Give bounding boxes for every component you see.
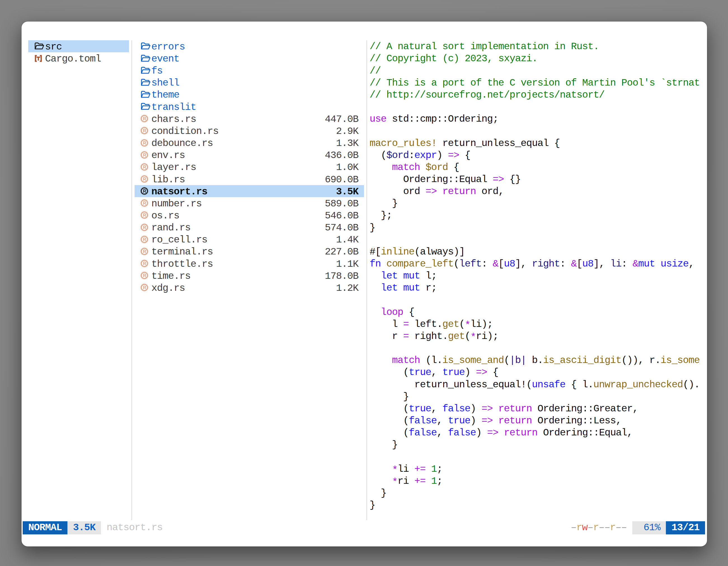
svg-text:R: R <box>143 225 146 230</box>
svg-text:R: R <box>143 177 146 182</box>
svg-text:R: R <box>143 128 146 133</box>
svg-text:R: R <box>143 140 146 145</box>
svg-text:R: R <box>143 165 146 169</box>
svg-text:R: R <box>143 152 146 157</box>
svg-text:R: R <box>143 189 146 194</box>
svg-text:R: R <box>143 273 146 278</box>
svg-text:R: R <box>143 249 146 254</box>
svg-text:R: R <box>143 237 146 242</box>
svg-text:R: R <box>143 116 146 121</box>
svg-text:R: R <box>143 285 146 290</box>
svg-text:R: R <box>143 213 146 218</box>
svg-text:R: R <box>143 261 146 266</box>
svg-text:R: R <box>143 201 146 206</box>
